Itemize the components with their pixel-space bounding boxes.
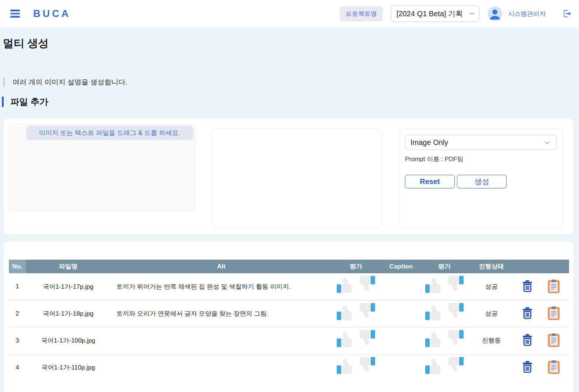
app-logo: BUCA: [33, 8, 71, 20]
clipboard-button[interactable]: [547, 359, 561, 375]
caption-rating-group: [425, 278, 464, 293]
chevron-down-icon: [543, 139, 551, 147]
thumbs-up-icon[interactable]: [336, 332, 356, 347]
table-row: 1 국어1-1가-17p.jpg 토끼가 뛰어가는 반쪽 채색된 집 완성 및 …: [9, 273, 569, 300]
main-content: 멀티 생성 여러 개의 이미지 설명을 생성합니다. 파일 추가 이미지 또는 …: [0, 36, 579, 392]
caption-rating-group: [425, 305, 464, 320]
alt-rating-group: [336, 305, 375, 320]
prompt-select[interactable]: Image Only: [405, 135, 557, 150]
section-header: 파일 추가: [2, 96, 574, 108]
cell-status: 진행중: [467, 327, 516, 354]
clipboard-icon: [548, 306, 560, 320]
cell-alt: [111, 354, 332, 381]
col-header-filename: 파일명: [26, 260, 111, 273]
cell-alt: 토끼가 뛰어가는 반쪽 채색된 집 완성 및 색칠하기 활동 이미지.: [111, 273, 332, 300]
table-row: 4 국어1-1가-110p.jpg: [9, 354, 569, 381]
generate-button[interactable]: 생성: [457, 175, 507, 188]
cell-filename: 국어1-1가-17p.jpg: [26, 273, 111, 300]
cell-no: 2: [9, 300, 26, 327]
project-select-value: [2024 Q1 Beta] 기획: [396, 9, 463, 19]
thumbs-down-icon[interactable]: [356, 303, 375, 318]
col-header-alt: Alt: [111, 260, 332, 273]
user-avatar: [488, 6, 502, 21]
caption-rating-group: [425, 359, 464, 374]
col-header-no: No.: [9, 260, 26, 273]
prompt-select-value: Image Only: [410, 138, 448, 147]
clipboard-button[interactable]: [547, 278, 561, 294]
cell-filename: 국어1-1가-100p.jpg: [26, 327, 111, 354]
cell-status: [467, 354, 516, 381]
dropzone-hint: 이미지 또는 텍스트 파일을 드래그 & 드롭 하세요.: [26, 126, 193, 140]
col-header-detail: [538, 260, 569, 273]
chevron-down-icon: [468, 10, 476, 18]
preview-panel: [212, 129, 382, 228]
col-header-status: 진행상태: [467, 260, 516, 273]
results-table: No. 파일명 Alt 평가 Caption 평가 진행상태 1 국어1-1가-…: [9, 260, 569, 381]
cell-no: 3: [9, 327, 26, 354]
section-title: 파일 추가: [10, 96, 48, 108]
thumbs-up-icon[interactable]: [336, 278, 356, 293]
table-row: 3 국어1-1가-100p.jpg 진행중: [9, 327, 569, 354]
col-header-caption-rating: 평가: [422, 260, 467, 273]
file-dropzone[interactable]: 이미지 또는 텍스트 파일을 드래그 & 드롭 하세요.: [9, 124, 195, 211]
alt-rating-group: [336, 278, 375, 293]
thumbs-up-icon[interactable]: [336, 305, 356, 320]
generation-control-panel: Image Only Prompt 이름 : PDF팀 Reset 생성: [399, 129, 563, 228]
thumbs-up-icon[interactable]: [425, 278, 444, 293]
top-bar: BUCA 프로젝트명 [2024 Q1 Beta] 기획 시스템관리자: [0, 0, 579, 27]
alt-rating-group: [336, 332, 375, 347]
alt-rating-group: [336, 359, 375, 374]
cell-status: 성공: [467, 273, 516, 300]
logout-icon: [561, 8, 572, 19]
thumbs-up-icon[interactable]: [425, 332, 444, 347]
clipboard-button[interactable]: [547, 305, 561, 321]
trash-icon: [522, 361, 533, 373]
thumbs-down-icon[interactable]: [445, 275, 464, 291]
cell-alt: [111, 327, 332, 354]
reset-button[interactable]: Reset: [405, 175, 455, 188]
project-select[interactable]: [2024 Q1 Beta] 기획: [391, 6, 479, 22]
thumbs-down-icon[interactable]: [356, 330, 375, 345]
cell-caption: [380, 273, 422, 300]
results-table-card: No. 파일명 Alt 평가 Caption 평가 진행상태 1 국어1-1가-…: [3, 241, 574, 392]
cell-status: 성공: [467, 300, 516, 327]
clipboard-button[interactable]: [547, 332, 561, 348]
cell-no: 4: [9, 354, 26, 381]
cell-caption: [380, 300, 422, 327]
page-title: 멀티 생성: [3, 36, 574, 51]
delete-button[interactable]: [521, 333, 534, 347]
table-header-row: No. 파일명 Alt 평가 Caption 평가 진행상태: [9, 260, 569, 273]
page-description-row: 여러 개의 이미지 설명을 생성합니다.: [3, 77, 574, 87]
trash-icon: [522, 307, 533, 319]
cell-caption: [380, 354, 422, 381]
cell-no: 1: [9, 273, 26, 300]
cell-caption: [380, 327, 422, 354]
project-label-badge: 프로젝트명: [340, 6, 383, 21]
thumbs-up-icon[interactable]: [336, 359, 356, 374]
delete-button[interactable]: [521, 280, 534, 293]
hamburger-menu-icon[interactable]: [9, 8, 21, 19]
thumbs-down-icon[interactable]: [356, 357, 375, 372]
col-header-alt-rating: 평가: [332, 260, 380, 273]
page-description: 여러 개의 이미지 설명을 생성합니다.: [13, 77, 127, 87]
caption-rating-group: [425, 332, 464, 347]
trash-icon: [522, 280, 533, 292]
thumbs-up-icon[interactable]: [425, 359, 444, 374]
file-add-card: 이미지 또는 텍스트 파일을 드래그 & 드롭 하세요. Image Only …: [3, 118, 574, 235]
col-header-delete: [516, 260, 538, 273]
thumbs-up-icon[interactable]: [425, 305, 444, 320]
description-marker: [3, 77, 5, 87]
logout-button[interactable]: [561, 8, 572, 19]
thumbs-down-icon[interactable]: [445, 357, 464, 372]
thumbs-down-icon[interactable]: [445, 330, 464, 345]
cell-filename: 국어1-1가-18p.jpg: [26, 300, 111, 327]
clipboard-icon: [548, 360, 560, 374]
delete-button[interactable]: [521, 306, 534, 320]
thumbs-down-icon[interactable]: [445, 303, 464, 318]
prompt-name-label: Prompt 이름 : PDF팀: [405, 155, 557, 163]
col-header-caption: Caption: [380, 260, 422, 273]
thumbs-down-icon[interactable]: [356, 275, 375, 291]
user-name: 시스템관리자: [508, 10, 546, 18]
delete-button[interactable]: [521, 360, 534, 374]
trash-icon: [522, 334, 533, 346]
